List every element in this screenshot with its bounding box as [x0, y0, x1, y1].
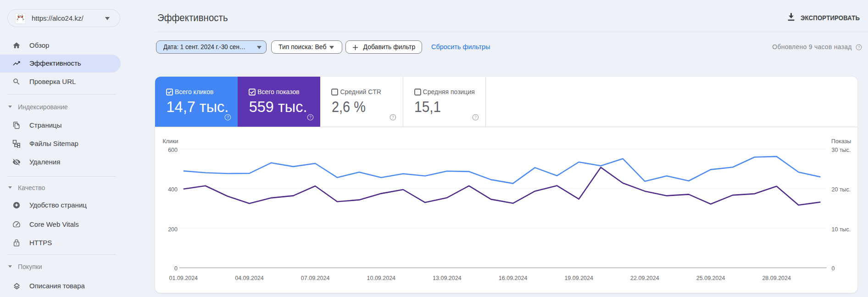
- svg-text:25.09.2024: 25.09.2024: [696, 275, 725, 281]
- svg-text:16.09.2024: 16.09.2024: [498, 275, 527, 281]
- svg-text:Клики: Клики: [162, 138, 178, 145]
- svg-text:?: ?: [309, 115, 312, 119]
- svg-text:04.09.2024: 04.09.2024: [235, 275, 264, 281]
- svg-text:10.09.2024: 10.09.2024: [367, 275, 395, 281]
- svg-text:28.09.2024: 28.09.2024: [762, 275, 791, 281]
- svg-text:22.09.2024: 22.09.2024: [630, 275, 659, 281]
- svg-text:0: 0: [831, 265, 835, 272]
- svg-text:20 тыс.: 20 тыс.: [831, 186, 851, 193]
- svg-text:0: 0: [174, 265, 178, 272]
- svg-text:?: ?: [392, 115, 394, 119]
- svg-text:?: ?: [858, 45, 860, 49]
- svg-text:13.09.2024: 13.09.2024: [433, 275, 462, 281]
- svg-text:Показы: Показы: [831, 138, 851, 145]
- svg-text:200: 200: [168, 226, 178, 233]
- svg-text:01.09.2024: 01.09.2024: [169, 275, 198, 281]
- svg-text:600: 600: [168, 147, 178, 153]
- svg-text:?: ?: [227, 115, 229, 119]
- svg-text:?: ?: [474, 115, 477, 119]
- svg-text:400: 400: [168, 186, 178, 193]
- svg-text:07.09.2024: 07.09.2024: [300, 275, 329, 281]
- svg-text:10 тыс.: 10 тыс.: [831, 226, 851, 233]
- svg-text:19.09.2024: 19.09.2024: [564, 275, 593, 281]
- svg-text:30 тыс.: 30 тыс.: [831, 147, 851, 153]
